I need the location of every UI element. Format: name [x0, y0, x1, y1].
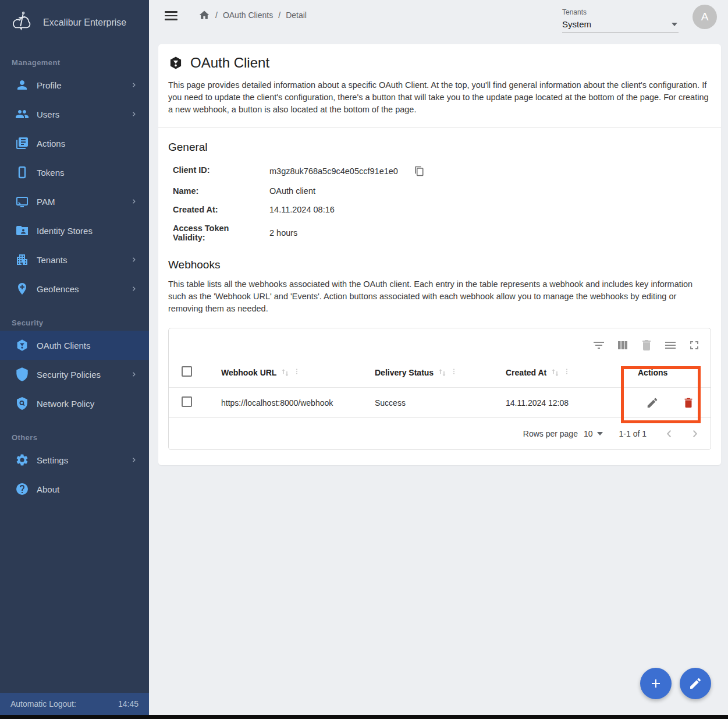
sidebar-item-label: OAuth Clients — [37, 341, 91, 350]
select-all-checkbox[interactable] — [182, 366, 192, 377]
sidebar-item-label: Network Policy — [37, 399, 94, 409]
oauth-client-card: OAuth Client This page provides detailed… — [158, 44, 721, 465]
chevron-right-icon — [130, 110, 139, 118]
sidebar-item-geofences[interactable]: Geofences — [0, 274, 149, 303]
webhooks-description: This table lists all the webhooks associ… — [168, 278, 711, 315]
home-icon[interactable] — [198, 9, 210, 21]
add-plus-icon — [649, 677, 663, 690]
sidebar-item-security-policies[interactable]: Security Policies — [0, 360, 149, 389]
cloud-sword-logo-icon — [8, 10, 35, 35]
page-title: OAuth Client — [190, 55, 269, 71]
app-title: Excalibur Enterprise — [43, 17, 126, 28]
chevron-right-icon — [130, 285, 139, 293]
section-label-others: Others — [0, 433, 149, 442]
delivery-status-cell: Success — [375, 398, 406, 408]
automatic-logout-bar: Automatic Logout: 14:45 — [0, 693, 149, 715]
sidebar-item-users[interactable]: Users — [0, 100, 149, 129]
app-root: Excalibur Enterprise Management Profile … — [0, 0, 728, 715]
delete-trash-icon[interactable] — [682, 396, 695, 409]
sort-arrows-icon[interactable] — [437, 367, 448, 378]
sidebar-item-label: Geofences — [37, 284, 79, 294]
trash-icon[interactable] — [640, 338, 654, 352]
token-icon — [15, 338, 29, 352]
sidebar-item-label: Profile — [37, 80, 62, 90]
sidebar-item-label: Security Policies — [37, 370, 101, 380]
column-menu-kebab-icon[interactable] — [563, 367, 571, 378]
column-header-actions: Actions — [638, 368, 667, 377]
tenants-select[interactable]: Tenants System — [562, 8, 679, 33]
sidebar-item-network-policy[interactable]: Network Policy — [0, 389, 149, 418]
sidebar-item-profile[interactable]: Profile — [0, 70, 149, 100]
columns-icon[interactable] — [616, 338, 630, 352]
field-label: Client ID: — [173, 165, 269, 177]
table-header-row: Webhook URL Delivery Status Created At — [169, 357, 711, 388]
column-header-delivery-status[interactable]: Delivery Status — [375, 368, 434, 377]
chevron-right-icon — [130, 81, 139, 89]
sort-arrows-icon[interactable] — [280, 367, 290, 378]
column-header-created-at[interactable]: Created At — [506, 368, 546, 377]
sidebar-item-label: Actions — [37, 139, 65, 148]
field-label: Created At: — [173, 205, 269, 214]
app-logo: Excalibur Enterprise — [0, 0, 149, 43]
tenants-select-label: Tenants — [562, 8, 679, 16]
smartphone-icon — [15, 165, 29, 179]
token-validity-value: 2 hours — [269, 228, 297, 238]
sidebar-item-label: PAM — [37, 197, 55, 207]
sidebar-item-identity-stores[interactable]: Identity Stores — [0, 216, 149, 245]
rows-per-page-select[interactable]: 10 — [584, 429, 603, 438]
menu-hamburger-icon[interactable] — [165, 11, 177, 20]
sidebar-item-actions[interactable]: Actions — [0, 129, 149, 158]
next-page-icon[interactable] — [688, 427, 701, 440]
previous-page-icon[interactable] — [663, 427, 676, 440]
density-icon[interactable] — [663, 338, 677, 352]
sidebar-item-tenants[interactable]: Tenants — [0, 245, 149, 274]
table-footer: Rows per page 10 1-1 of 1 — [169, 418, 711, 449]
copy-icon[interactable] — [413, 165, 425, 177]
client-id-value: m3gz8uk768a5c9c4e05ccf91e1e0 — [269, 167, 398, 176]
table-toolbar — [169, 328, 711, 357]
edit-client-fab[interactable] — [680, 668, 711, 699]
sidebar-item-label: Identity Stores — [37, 226, 93, 236]
main-area: / OAuth Clients / Detail Tenants System … — [149, 0, 728, 715]
rows-per-page-value: 10 — [584, 429, 593, 438]
section-label-management: Management — [0, 58, 149, 67]
general-heading: General — [168, 141, 711, 154]
sidebar-item-settings[interactable]: Settings — [0, 445, 149, 474]
pagination-range: 1-1 of 1 — [619, 429, 647, 438]
created-at-value: 14.11.2024 08:16 — [269, 205, 335, 214]
page-description: This page provides detailed information … — [168, 79, 711, 116]
chevron-right-icon — [130, 370, 139, 378]
sidebar-item-tokens[interactable]: Tokens — [0, 158, 149, 187]
webhooks-table: Webhook URL Delivery Status Created At — [168, 328, 711, 450]
breadcrumb: / OAuth Clients / Detail — [198, 9, 307, 21]
add-webhook-fab[interactable] — [640, 668, 672, 699]
sidebar-item-about[interactable]: About — [0, 474, 149, 504]
cast-icon — [15, 194, 29, 208]
column-header-webhook-url[interactable]: Webhook URL — [221, 368, 276, 377]
logout-countdown: 14:45 — [118, 699, 139, 709]
avatar[interactable]: A — [693, 5, 717, 29]
breadcrumb-item-oauth-clients[interactable]: OAuth Clients — [223, 10, 273, 20]
sidebar-item-oauth-clients[interactable]: OAuth Clients — [0, 331, 149, 360]
rows-per-page-label: Rows per page — [523, 429, 578, 438]
sidebar: Excalibur Enterprise Management Profile … — [0, 0, 149, 715]
filter-icon[interactable] — [592, 338, 606, 352]
gear-icon — [15, 453, 29, 467]
chevron-right-icon — [130, 256, 139, 264]
sort-arrows-icon[interactable] — [550, 367, 560, 378]
library-icon — [15, 136, 29, 150]
sidebar-item-label: Users — [37, 109, 59, 119]
fullscreen-icon[interactable] — [687, 338, 701, 352]
edit-pencil-icon[interactable] — [646, 396, 659, 409]
sidebar-item-label: Tenants — [37, 255, 68, 265]
breadcrumb-separator: / — [215, 10, 218, 20]
table-row: https://localhost:8000/webhook Success 1… — [169, 388, 711, 418]
row-checkbox[interactable] — [182, 396, 192, 407]
sidebar-item-pam[interactable]: PAM — [0, 187, 149, 216]
sidebar-item-label: About — [37, 484, 59, 494]
column-menu-kebab-icon[interactable] — [450, 367, 458, 378]
sidebar-item-label: Tokens — [37, 168, 65, 178]
column-menu-kebab-icon[interactable] — [293, 367, 301, 378]
tenants-select-value: System — [562, 19, 591, 29]
breadcrumb-item-detail: Detail — [286, 10, 307, 20]
